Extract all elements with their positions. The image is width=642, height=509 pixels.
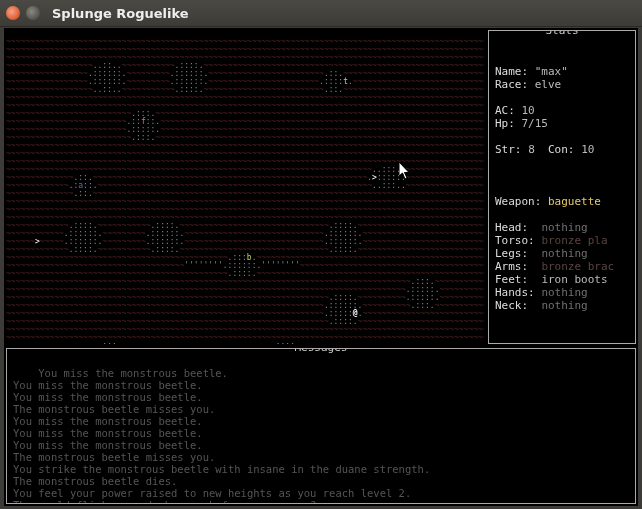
messages-panel: MessagesYou miss the monstrous beetle. Y… — [6, 348, 636, 504]
hp-value: 7/15 — [522, 117, 549, 130]
message-line: You miss the monstrous beetle. — [38, 367, 228, 379]
dungeon-map[interactable]: ~~~~~~~~~~~~~~~~~~~~~~~~~~~~~~~~~~~~~~~~… — [6, 30, 484, 344]
arms-value: bronze brac — [541, 260, 614, 273]
message-line: The monstrous beetle dies. — [13, 475, 177, 487]
feet-label: Feet: — [495, 273, 528, 286]
weapon-label: Weapon: — [495, 195, 541, 208]
message-line: You miss the monstrous beetle. — [13, 379, 203, 391]
minimize-icon[interactable] — [26, 6, 40, 20]
ac-label: AC: — [495, 104, 515, 117]
stats-panel: Stats Name: "max" Race: elve AC: 10 Hp: … — [488, 30, 636, 344]
con-label: Con: — [548, 143, 575, 156]
message-line: The world flickers and changes before yo… — [13, 499, 316, 504]
weapon-value: baguette — [548, 195, 601, 208]
hands-value: nothing — [541, 286, 587, 299]
message-line: You strike the monstrous beetle with ins… — [13, 463, 430, 475]
message-line: The monstrous beetle misses you. — [13, 403, 215, 415]
arms-label: Arms: — [495, 260, 528, 273]
name-label: Name: — [495, 65, 528, 78]
neck-label: Neck: — [495, 299, 528, 312]
legs-value: nothing — [541, 247, 587, 260]
message-line: You miss the monstrous beetle. — [13, 391, 203, 403]
name-value: "max" — [535, 65, 568, 78]
torso-value: bronze pla — [541, 234, 607, 247]
torso-label: Torso: — [495, 234, 535, 247]
window-title: Splunge Roguelike — [52, 6, 189, 21]
str-value: 8 — [528, 143, 535, 156]
message-line: You miss the monstrous beetle. — [13, 415, 203, 427]
message-line: The monstrous beetle misses you. — [13, 451, 215, 463]
message-line: You miss the monstrous beetle. — [13, 439, 203, 451]
messages-header: Messages — [7, 348, 635, 354]
head-label: Head: — [495, 221, 528, 234]
feet-value: iron boots — [541, 273, 607, 286]
legs-label: Legs: — [495, 247, 528, 260]
close-icon[interactable] — [6, 6, 20, 20]
race-value: elve — [535, 78, 562, 91]
neck-value: nothing — [541, 299, 587, 312]
message-line: You feel your power raised to new height… — [13, 487, 411, 499]
hp-label: Hp: — [495, 117, 515, 130]
game-viewport[interactable]: ~~~~~~~~~~~~~~~~~~~~~~~~~~~~~~~~~~~~~~~~… — [4, 28, 638, 506]
stats-header: Stats — [489, 30, 635, 37]
message-line: You miss the monstrous beetle. — [13, 427, 203, 439]
window-titlebar: Splunge Roguelike — [0, 0, 642, 27]
str-label: Str: — [495, 143, 522, 156]
hands-label: Hands: — [495, 286, 535, 299]
ac-value: 10 — [522, 104, 535, 117]
head-value: nothing — [541, 221, 587, 234]
race-label: Race: — [495, 78, 528, 91]
con-value: 10 — [581, 143, 594, 156]
